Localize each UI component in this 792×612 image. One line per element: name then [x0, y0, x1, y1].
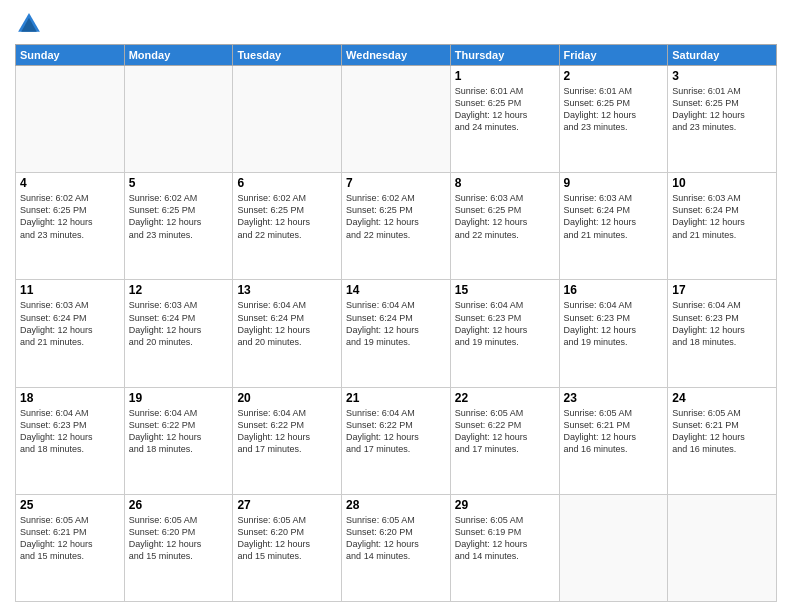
day-number: 19 [129, 391, 229, 405]
day-cell: 15Sunrise: 6:04 AM Sunset: 6:23 PM Dayli… [450, 280, 559, 387]
day-cell: 8Sunrise: 6:03 AM Sunset: 6:25 PM Daylig… [450, 173, 559, 280]
day-info: Sunrise: 6:01 AM Sunset: 6:25 PM Dayligh… [672, 85, 772, 134]
day-info: Sunrise: 6:03 AM Sunset: 6:24 PM Dayligh… [672, 192, 772, 241]
day-number: 5 [129, 176, 229, 190]
weekday-header-wednesday: Wednesday [342, 45, 451, 66]
day-info: Sunrise: 6:04 AM Sunset: 6:23 PM Dayligh… [672, 299, 772, 348]
day-number: 9 [564, 176, 664, 190]
day-info: Sunrise: 6:05 AM Sunset: 6:21 PM Dayligh… [672, 407, 772, 456]
day-number: 20 [237, 391, 337, 405]
week-row-1: 4Sunrise: 6:02 AM Sunset: 6:25 PM Daylig… [16, 173, 777, 280]
day-info: Sunrise: 6:04 AM Sunset: 6:22 PM Dayligh… [346, 407, 446, 456]
day-number: 11 [20, 283, 120, 297]
day-number: 12 [129, 283, 229, 297]
day-cell: 10Sunrise: 6:03 AM Sunset: 6:24 PM Dayli… [668, 173, 777, 280]
day-cell: 28Sunrise: 6:05 AM Sunset: 6:20 PM Dayli… [342, 494, 451, 601]
day-number: 24 [672, 391, 772, 405]
weekday-header-friday: Friday [559, 45, 668, 66]
day-info: Sunrise: 6:01 AM Sunset: 6:25 PM Dayligh… [455, 85, 555, 134]
logo-icon [15, 10, 43, 38]
day-number: 7 [346, 176, 446, 190]
day-info: Sunrise: 6:05 AM Sunset: 6:22 PM Dayligh… [455, 407, 555, 456]
logo [15, 10, 47, 38]
day-info: Sunrise: 6:04 AM Sunset: 6:24 PM Dayligh… [237, 299, 337, 348]
day-cell [668, 494, 777, 601]
calendar-table: SundayMondayTuesdayWednesdayThursdayFrid… [15, 44, 777, 602]
day-cell: 22Sunrise: 6:05 AM Sunset: 6:22 PM Dayli… [450, 387, 559, 494]
weekday-header-tuesday: Tuesday [233, 45, 342, 66]
weekday-header-thursday: Thursday [450, 45, 559, 66]
day-number: 28 [346, 498, 446, 512]
day-cell: 14Sunrise: 6:04 AM Sunset: 6:24 PM Dayli… [342, 280, 451, 387]
day-number: 18 [20, 391, 120, 405]
day-cell: 12Sunrise: 6:03 AM Sunset: 6:24 PM Dayli… [124, 280, 233, 387]
weekday-header-sunday: Sunday [16, 45, 125, 66]
day-number: 21 [346, 391, 446, 405]
weekday-header-saturday: Saturday [668, 45, 777, 66]
day-number: 22 [455, 391, 555, 405]
day-info: Sunrise: 6:05 AM Sunset: 6:20 PM Dayligh… [237, 514, 337, 563]
day-cell: 1Sunrise: 6:01 AM Sunset: 6:25 PM Daylig… [450, 66, 559, 173]
week-row-3: 18Sunrise: 6:04 AM Sunset: 6:23 PM Dayli… [16, 387, 777, 494]
day-info: Sunrise: 6:02 AM Sunset: 6:25 PM Dayligh… [129, 192, 229, 241]
day-cell: 20Sunrise: 6:04 AM Sunset: 6:22 PM Dayli… [233, 387, 342, 494]
day-cell: 3Sunrise: 6:01 AM Sunset: 6:25 PM Daylig… [668, 66, 777, 173]
day-cell: 16Sunrise: 6:04 AM Sunset: 6:23 PM Dayli… [559, 280, 668, 387]
day-cell: 6Sunrise: 6:02 AM Sunset: 6:25 PM Daylig… [233, 173, 342, 280]
day-number: 27 [237, 498, 337, 512]
day-info: Sunrise: 6:01 AM Sunset: 6:25 PM Dayligh… [564, 85, 664, 134]
day-info: Sunrise: 6:03 AM Sunset: 6:24 PM Dayligh… [564, 192, 664, 241]
day-info: Sunrise: 6:03 AM Sunset: 6:24 PM Dayligh… [129, 299, 229, 348]
day-cell: 19Sunrise: 6:04 AM Sunset: 6:22 PM Dayli… [124, 387, 233, 494]
day-number: 14 [346, 283, 446, 297]
day-number: 17 [672, 283, 772, 297]
day-number: 25 [20, 498, 120, 512]
day-number: 4 [20, 176, 120, 190]
day-info: Sunrise: 6:05 AM Sunset: 6:21 PM Dayligh… [20, 514, 120, 563]
day-info: Sunrise: 6:04 AM Sunset: 6:22 PM Dayligh… [237, 407, 337, 456]
day-info: Sunrise: 6:04 AM Sunset: 6:22 PM Dayligh… [129, 407, 229, 456]
day-cell: 9Sunrise: 6:03 AM Sunset: 6:24 PM Daylig… [559, 173, 668, 280]
day-info: Sunrise: 6:04 AM Sunset: 6:23 PM Dayligh… [455, 299, 555, 348]
day-info: Sunrise: 6:05 AM Sunset: 6:19 PM Dayligh… [455, 514, 555, 563]
day-number: 16 [564, 283, 664, 297]
header [15, 10, 777, 38]
day-info: Sunrise: 6:02 AM Sunset: 6:25 PM Dayligh… [346, 192, 446, 241]
day-info: Sunrise: 6:02 AM Sunset: 6:25 PM Dayligh… [237, 192, 337, 241]
day-cell [233, 66, 342, 173]
day-info: Sunrise: 6:05 AM Sunset: 6:20 PM Dayligh… [129, 514, 229, 563]
day-number: 23 [564, 391, 664, 405]
day-cell: 24Sunrise: 6:05 AM Sunset: 6:21 PM Dayli… [668, 387, 777, 494]
day-number: 29 [455, 498, 555, 512]
day-cell [342, 66, 451, 173]
day-info: Sunrise: 6:04 AM Sunset: 6:23 PM Dayligh… [20, 407, 120, 456]
day-info: Sunrise: 6:03 AM Sunset: 6:24 PM Dayligh… [20, 299, 120, 348]
day-cell: 7Sunrise: 6:02 AM Sunset: 6:25 PM Daylig… [342, 173, 451, 280]
day-info: Sunrise: 6:05 AM Sunset: 6:21 PM Dayligh… [564, 407, 664, 456]
week-row-2: 11Sunrise: 6:03 AM Sunset: 6:24 PM Dayli… [16, 280, 777, 387]
day-number: 6 [237, 176, 337, 190]
day-cell: 2Sunrise: 6:01 AM Sunset: 6:25 PM Daylig… [559, 66, 668, 173]
day-cell: 4Sunrise: 6:02 AM Sunset: 6:25 PM Daylig… [16, 173, 125, 280]
day-cell: 29Sunrise: 6:05 AM Sunset: 6:19 PM Dayli… [450, 494, 559, 601]
day-info: Sunrise: 6:04 AM Sunset: 6:23 PM Dayligh… [564, 299, 664, 348]
week-row-4: 25Sunrise: 6:05 AM Sunset: 6:21 PM Dayli… [16, 494, 777, 601]
week-row-0: 1Sunrise: 6:01 AM Sunset: 6:25 PM Daylig… [16, 66, 777, 173]
day-number: 2 [564, 69, 664, 83]
day-cell [559, 494, 668, 601]
day-number: 26 [129, 498, 229, 512]
day-cell: 23Sunrise: 6:05 AM Sunset: 6:21 PM Dayli… [559, 387, 668, 494]
weekday-header-row: SundayMondayTuesdayWednesdayThursdayFrid… [16, 45, 777, 66]
day-number: 10 [672, 176, 772, 190]
day-number: 3 [672, 69, 772, 83]
day-cell: 27Sunrise: 6:05 AM Sunset: 6:20 PM Dayli… [233, 494, 342, 601]
day-cell: 18Sunrise: 6:04 AM Sunset: 6:23 PM Dayli… [16, 387, 125, 494]
day-number: 15 [455, 283, 555, 297]
day-info: Sunrise: 6:04 AM Sunset: 6:24 PM Dayligh… [346, 299, 446, 348]
day-cell: 11Sunrise: 6:03 AM Sunset: 6:24 PM Dayli… [16, 280, 125, 387]
day-cell: 26Sunrise: 6:05 AM Sunset: 6:20 PM Dayli… [124, 494, 233, 601]
day-cell: 25Sunrise: 6:05 AM Sunset: 6:21 PM Dayli… [16, 494, 125, 601]
day-cell [124, 66, 233, 173]
day-number: 1 [455, 69, 555, 83]
weekday-header-monday: Monday [124, 45, 233, 66]
